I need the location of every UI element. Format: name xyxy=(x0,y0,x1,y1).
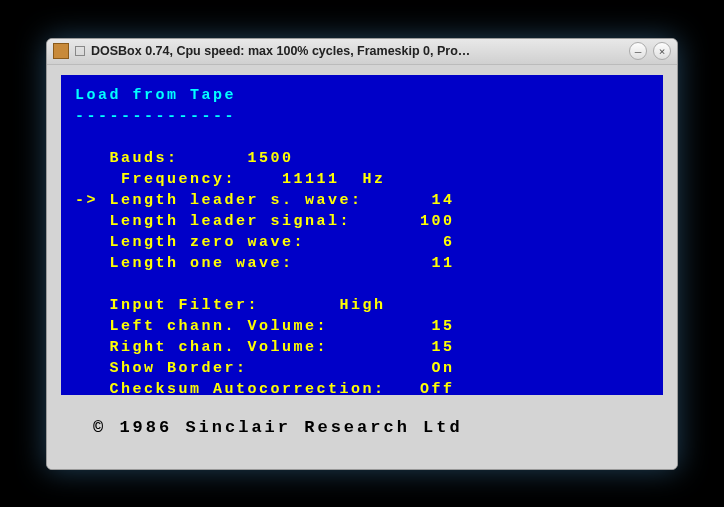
window: DOSBox 0.74, Cpu speed: max 100% cycles,… xyxy=(46,38,678,470)
window-menu-icon[interactable] xyxy=(75,46,85,56)
close-button[interactable]: × xyxy=(653,42,671,60)
app-icon xyxy=(53,43,69,59)
window-title: DOSBox 0.74, Cpu speed: max 100% cycles,… xyxy=(91,44,623,58)
emulator-screen[interactable]: Load from Tape -------------- Bauds: 150… xyxy=(61,75,663,395)
minimize-button[interactable]: – xyxy=(629,42,647,60)
content-area: Load from Tape -------------- Bauds: 150… xyxy=(47,65,677,469)
copyright-footer: © 1986 Sinclair Research Ltd xyxy=(61,395,663,461)
titlebar: DOSBox 0.74, Cpu speed: max 100% cycles,… xyxy=(47,39,677,65)
